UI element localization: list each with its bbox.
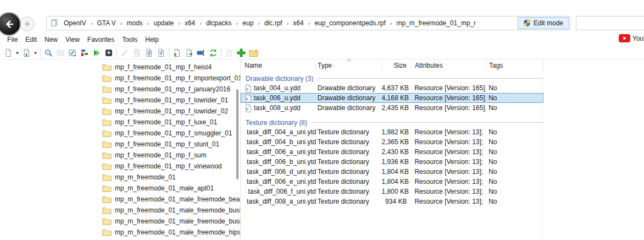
menu-new[interactable]: New <box>41 35 62 45</box>
column-header-name[interactable]: Name <box>243 61 316 70</box>
menu-tools[interactable]: Tools <box>118 35 141 45</box>
file-attributes: Resource [Version: 13]; <box>410 188 486 195</box>
resource-file-icon <box>245 104 252 112</box>
breadcrumb-item-eup[interactable]: eup <box>240 19 256 27</box>
tree-item[interactable]: mp_f_freemode_01_mp_f_importexport_01 <box>0 73 240 84</box>
extract-button[interactable] <box>223 47 235 59</box>
add-file-dropdown-icon[interactable] <box>32 47 38 59</box>
search-box <box>576 16 644 30</box>
chevron-right-icon[interactable] <box>119 20 124 26</box>
breadcrumb-item-update[interactable]: update <box>151 19 177 27</box>
file-row[interactable]: task_diff_006_f_uni.ytd Texture dictiona… <box>241 187 543 197</box>
tree-item[interactable]: mp_f_freemode_01_mp_f_luxe_01 <box>0 117 240 128</box>
tree-item[interactable]: mp_m_freemode_01_male_freemode_busine <box>0 216 240 227</box>
file-row[interactable]: task_diff_004_a_uni.ytd Texture dictiona… <box>241 127 543 137</box>
menu-file[interactable]: File <box>3 35 21 45</box>
archive-pages-icon <box>50 19 59 28</box>
replace-button[interactable] <box>207 47 219 59</box>
file-size: 2,430 KB <box>382 148 410 156</box>
rename-button[interactable] <box>195 47 207 59</box>
chevron-right-icon[interactable] <box>176 20 182 26</box>
tree-item[interactable]: mp_f_freemode_01_mp_f_smuggler_01 <box>0 128 240 139</box>
back-button[interactable] <box>0 12 21 36</box>
chevron-right-icon[interactable] <box>388 20 394 26</box>
save-button[interactable] <box>103 47 115 59</box>
file-list-panel: Name Type Size Attributes Tags Drawable … <box>241 59 644 240</box>
tree-item[interactable]: mp_f_freemode_01_mp_f_vinewood <box>0 161 240 172</box>
column-header-attributes[interactable]: Attributes <box>410 61 486 70</box>
group-header-texture[interactable]: Texture dictionary (8) <box>241 118 543 127</box>
breadcrumb-item-componentpeds[interactable]: eup_componentpeds.rpf <box>312 19 388 27</box>
add-file-button[interactable] <box>20 47 32 59</box>
chevron-right-icon[interactable] <box>285 20 291 26</box>
file-row[interactable]: task_008_u.ydd Drawable dictionary 2,435… <box>241 103 543 113</box>
column-header-size[interactable]: Size <box>382 61 410 70</box>
file-name: task_008_u.ydd <box>254 104 301 112</box>
file-row[interactable]: task_diff_006_d_uni.ytd Texture dictiona… <box>241 167 543 177</box>
tree-item[interactable]: mp_f_freemode_01_mp_f_heist4 <box>0 62 240 73</box>
file-attributes: Resource [Version: 13]; <box>410 178 486 186</box>
tree-item[interactable]: mp_m_freemode_01_male_freemode_beach <box>0 194 240 205</box>
menu-help[interactable]: Help <box>141 35 163 45</box>
text-editor-button[interactable]: T <box>155 47 167 59</box>
folder-icon <box>102 162 112 170</box>
breadcrumb-item-gtav[interactable]: GTA V <box>94 19 118 27</box>
color-tiles-button[interactable] <box>79 47 91 59</box>
file-row[interactable]: task_diff_006_e_uni.ytd Texture dictiona… <box>241 177 543 187</box>
export-button[interactable] <box>183 47 195 59</box>
grid-view-button[interactable] <box>54 47 66 59</box>
resource-file-icon <box>245 84 252 92</box>
breadcrumb-item-current[interactable]: mp_m_freemode_01_mp_m <box>393 19 476 27</box>
chevron-right-icon[interactable] <box>146 20 151 26</box>
tree-item[interactable]: mp_m_freemode_01_male_apt01 <box>0 183 240 194</box>
group-header-drawable[interactable]: Drawable dictionary (3) <box>241 74 543 83</box>
tree-scrollbar[interactable] <box>236 89 238 179</box>
menu-favorites[interactable]: Favorites <box>84 35 118 45</box>
tree-item[interactable]: mp_f_freemode_01_mp_f_lowrider_02 <box>0 106 240 117</box>
column-header-tags[interactable]: Tags <box>486 61 544 70</box>
tree-item[interactable]: mp_f_freemode_01_mp_f_january2016 <box>0 84 240 95</box>
edit-mode-button[interactable]: Edit mode <box>518 17 569 29</box>
menu-edit[interactable]: Edit <box>21 35 41 45</box>
chevron-right-icon[interactable] <box>89 20 95 26</box>
preview-button[interactable] <box>131 47 143 59</box>
edit-button[interactable] <box>119 47 131 59</box>
tree-item[interactable]: mp_f_freemode_01_mp_f_lowrider_01 <box>0 95 240 106</box>
new-file-dropdown-icon[interactable] <box>14 47 20 59</box>
file-row[interactable]: task_diff_008_a_uni.ytd Texture dictiona… <box>241 197 543 206</box>
new-folder-button[interactable] <box>247 47 259 59</box>
tree-item[interactable]: mp_f_freemode_01_mp_f_stunt_01 <box>0 139 240 150</box>
youtube-link[interactable]: YouT <box>619 34 644 42</box>
file-row-selected[interactable]: task_006_u.ydd Drawable dictionary 4,168… <box>241 93 543 103</box>
forward-button[interactable] <box>20 17 35 31</box>
options-check-button[interactable] <box>66 47 79 59</box>
chevron-right-icon[interactable] <box>198 20 203 26</box>
new-file-button[interactable] <box>2 47 14 59</box>
tree-item[interactable]: mp_m_freemode_01_male_freemode_busine <box>0 205 240 216</box>
add-new-button[interactable] <box>235 47 247 59</box>
breadcrumb-item-openiv[interactable]: OpenIV <box>61 19 89 27</box>
breadcrumb-item-x64-2[interactable]: x64 <box>290 19 306 27</box>
file-row[interactable]: task_diff_004_b_uni.ytd Texture dictiona… <box>241 137 543 147</box>
youtube-icon <box>619 34 630 42</box>
chevron-right-icon[interactable] <box>235 20 240 26</box>
search-input[interactable] <box>576 17 644 30</box>
view-text-button[interactable] <box>143 47 155 59</box>
breadcrumb-item-mods[interactable]: mods <box>124 19 146 27</box>
run-button[interactable] <box>91 47 103 59</box>
breadcrumb-item-x64[interactable]: x64 <box>182 19 198 27</box>
tree-item[interactable]: mp_f_freemode_01_mp_f_sum <box>0 150 240 161</box>
import-button[interactable] <box>171 47 183 59</box>
file-row[interactable]: task_diff_006_a_uni.ytd Texture dictiona… <box>241 147 543 157</box>
search-button[interactable] <box>42 47 54 59</box>
tree-item[interactable]: mp_m_freemode_01_male_freemode_hipste <box>0 227 240 238</box>
breadcrumb-item-dlcrpf[interactable]: dlc.rpf <box>262 19 285 27</box>
file-row[interactable]: task_diff_006_b_uni.ytd Texture dictiona… <box>241 157 543 167</box>
tree-item[interactable]: mp_m_freemode_01 <box>0 172 240 183</box>
chevron-right-icon[interactable] <box>256 20 262 26</box>
chevron-right-icon[interactable] <box>307 20 312 26</box>
file-row[interactable]: task_004_u.ydd Drawable dictionary 4,637… <box>241 83 543 93</box>
breadcrumb-item-dlcpacks[interactable]: dlcpacks <box>203 19 235 27</box>
tree-item[interactable] <box>0 238 240 240</box>
menu-view[interactable]: View <box>62 35 84 45</box>
